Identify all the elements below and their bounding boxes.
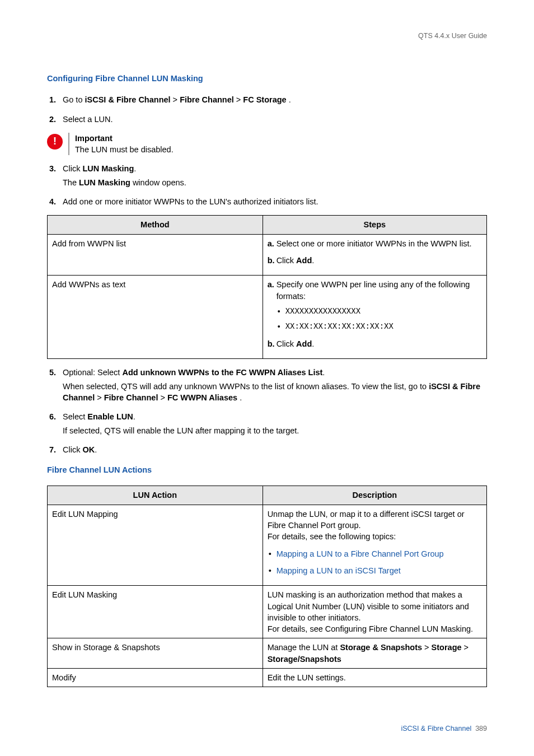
lun-actions-table: LUN Action Description Edit LUN Mapping … (47, 486, 487, 687)
desc-edit-masking: LUN masking is an authorization method t… (263, 586, 486, 638)
path2: Fibre Channel (104, 393, 158, 402)
period: . (312, 339, 314, 348)
action-edit-mapping: Edit LUN Mapping (48, 505, 263, 585)
footer: iSCSI & Fibre Channel 389 (401, 724, 487, 734)
add-label: Add (296, 339, 312, 348)
section-title-actions: Fibre Channel LUN Actions (47, 464, 487, 475)
table-row: Edit LUN Mapping Unmap the LUN, or map i… (48, 505, 487, 585)
table-row: Show in Storage & Snapshots Manage the L… (48, 638, 487, 669)
important-callout: ! Important The LUN must be disabled. (47, 133, 487, 156)
step-6: Select Enable LUN. If selected, QTS will… (63, 411, 487, 436)
action-modify: Modify (48, 668, 263, 687)
path1: Storage & Snapshots (340, 643, 422, 652)
path3: Storage/Snapshots (268, 655, 341, 664)
desc-line: LUN masking is an authorization method t… (268, 589, 482, 623)
sep: > (95, 393, 104, 402)
desc-show-storage: Manage the LUN at Storage & Snapshots > … (263, 638, 486, 669)
substep: Select one or more initiator WWPNs in th… (277, 238, 482, 249)
period: . (322, 368, 325, 377)
table-row: Edit LUN Masking LUN masking is an autho… (48, 586, 487, 638)
action-edit-masking: Edit LUN Masking (48, 586, 263, 638)
important-icon: ! (47, 134, 63, 150)
period: . (237, 393, 242, 402)
path3: FC WWPN Aliases (167, 393, 237, 402)
method-wwpn-text: Add WWPNs as text (48, 276, 263, 359)
step1-path2: Fibre Channel (180, 95, 234, 104)
period: . (134, 164, 136, 173)
format-1: XXXXXXXXXXXXXXXX (285, 306, 482, 318)
step3-sub-b: LUN Masking (79, 178, 130, 187)
desc-edit-mapping: Unmap the LUN, or map it to a different … (263, 505, 486, 585)
col-action: LUN Action (48, 486, 263, 505)
step3-sub-c: window opens. (130, 178, 186, 187)
step1-text: Go to (63, 95, 85, 104)
substep: Click Add. (277, 255, 482, 266)
footer-section: iSCSI & Fibre Channel (401, 725, 471, 732)
period: . (95, 445, 97, 454)
add-label: Add (296, 256, 312, 265)
callout-text: The LUN must be disabled. (75, 144, 174, 155)
steps-wwpn-list: Select one or more initiator WWPNs in th… (263, 234, 486, 276)
txt: Click (277, 339, 296, 348)
step-7: Click OK. (63, 444, 487, 455)
step3-sub-a: The (63, 178, 79, 187)
txt: When selected, QTS will add any unknown … (63, 382, 429, 391)
txt: Optional: Select (63, 368, 122, 377)
step-4: Add one or more initiator WWPNs to the L… (63, 196, 487, 207)
period: . (287, 95, 291, 104)
sep: > (462, 643, 469, 652)
desc-modify: Edit the LUN settings. (263, 668, 486, 687)
desc-line: For details, see Configuring Fibre Chann… (268, 623, 482, 634)
callout-title: Important (75, 133, 174, 144)
path2: Storage (432, 643, 462, 652)
sep: > (234, 95, 243, 104)
col-method: Method (48, 216, 263, 234)
footer-page: 389 (475, 725, 487, 732)
sep: > (171, 95, 180, 104)
sep: > (422, 643, 432, 652)
period: . (312, 256, 314, 265)
step6-sub: If selected, QTS will enable the LUN aft… (63, 425, 487, 436)
link-map-iscsi-target[interactable]: Mapping a LUN to an iSCSI Target (277, 566, 401, 575)
method-wwpn-list: Add from WWPN list (48, 234, 263, 276)
section-title-configuring: Configuring Fibre Channel LUN Masking (47, 73, 487, 84)
steps-wwpn-text: Specify one WWPN per line using any of t… (263, 276, 486, 359)
table-row: Add from WWPN list Select one or more in… (48, 234, 487, 276)
step5-bold: Add unknown WWPNs to the FC WWPN Aliases… (122, 368, 322, 377)
substep: Click Add. (277, 338, 482, 349)
link-map-fc-port-group[interactable]: Mapping a LUN to a Fibre Channel Port Gr… (277, 549, 444, 558)
txt: Click (63, 445, 82, 454)
step1-path3: FC Storage (243, 95, 286, 104)
substep: Specify one WWPN per line using any of t… (277, 279, 482, 333)
action-show-storage: Show in Storage & Snapshots (48, 638, 263, 669)
format-2: XX:XX:XX:XX:XX:XX:XX:XX (285, 321, 482, 333)
step6-bold: Enable LUN (87, 412, 133, 421)
sep: > (158, 393, 167, 402)
wwpn-methods-table: Method Steps Add from WWPN list Select o… (47, 215, 487, 359)
txt: Select (63, 412, 87, 421)
step-2: Select a LUN. (63, 114, 487, 125)
period: . (133, 412, 135, 421)
step-3: Click LUN Masking. The LUN Masking windo… (63, 163, 487, 188)
step-5: Optional: Select Add unknown WWPNs to th… (63, 367, 487, 403)
txt: Manage the LUN at (268, 643, 340, 652)
step1-path1: iSCSI & Fibre Channel (85, 95, 171, 104)
step3-bold: LUN Masking (82, 164, 134, 173)
col-description: Description (263, 486, 486, 505)
desc-line: For details, see the following topics: (268, 531, 482, 542)
step3-text: Click (63, 164, 82, 173)
txt: Specify one WWPN per line using any of t… (277, 280, 470, 300)
header-guide-title: QTS 4.4.x User Guide (418, 31, 487, 41)
step7-bold: OK (82, 445, 95, 454)
step-1: Go to iSCSI & Fibre Channel > Fibre Chan… (63, 94, 487, 105)
table-row: Modify Edit the LUN settings. (48, 668, 487, 687)
desc-line: Unmap the LUN, or map it to a different … (268, 508, 482, 531)
txt: Click (277, 256, 296, 265)
col-steps: Steps (263, 216, 486, 234)
table-row: Add WWPNs as text Specify one WWPN per l… (48, 276, 487, 359)
